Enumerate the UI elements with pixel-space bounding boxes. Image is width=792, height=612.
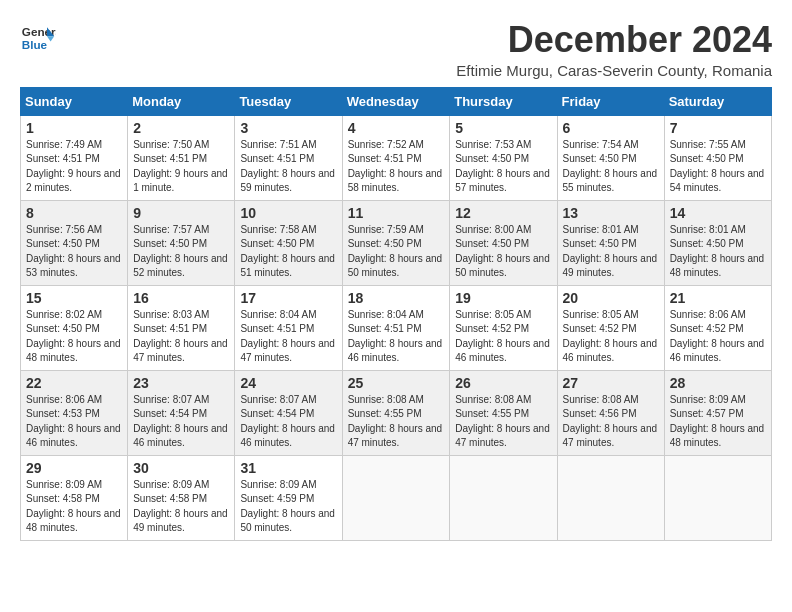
calendar-cell: 10 Sunrise: 7:58 AM Sunset: 4:50 PM Dayl… bbox=[235, 200, 342, 285]
calendar-cell: 15 Sunrise: 8:02 AM Sunset: 4:50 PM Dayl… bbox=[21, 285, 128, 370]
day-number: 27 bbox=[563, 375, 659, 391]
header-thursday: Thursday bbox=[450, 87, 557, 115]
day-number: 9 bbox=[133, 205, 229, 221]
calendar-subtitle: Eftimie Murgu, Caras-Severin County, Rom… bbox=[456, 62, 772, 79]
header-friday: Friday bbox=[557, 87, 664, 115]
day-detail: Sunrise: 8:03 AM Sunset: 4:51 PM Dayligh… bbox=[133, 308, 229, 366]
calendar-cell: 23 Sunrise: 8:07 AM Sunset: 4:54 PM Dayl… bbox=[128, 370, 235, 455]
day-detail: Sunrise: 7:55 AM Sunset: 4:50 PM Dayligh… bbox=[670, 138, 766, 196]
day-number: 21 bbox=[670, 290, 766, 306]
calendar-cell bbox=[450, 455, 557, 540]
calendar-cell: 5 Sunrise: 7:53 AM Sunset: 4:50 PM Dayli… bbox=[450, 115, 557, 200]
day-detail: Sunrise: 8:07 AM Sunset: 4:54 PM Dayligh… bbox=[240, 393, 336, 451]
calendar-cell: 28 Sunrise: 8:09 AM Sunset: 4:57 PM Dayl… bbox=[664, 370, 771, 455]
day-detail: Sunrise: 8:04 AM Sunset: 4:51 PM Dayligh… bbox=[348, 308, 445, 366]
title-section: December 2024 Eftimie Murgu, Caras-Sever… bbox=[456, 20, 772, 79]
calendar-cell: 7 Sunrise: 7:55 AM Sunset: 4:50 PM Dayli… bbox=[664, 115, 771, 200]
calendar-cell: 1 Sunrise: 7:49 AM Sunset: 4:51 PM Dayli… bbox=[21, 115, 128, 200]
day-detail: Sunrise: 7:56 AM Sunset: 4:50 PM Dayligh… bbox=[26, 223, 122, 281]
day-detail: Sunrise: 8:09 AM Sunset: 4:58 PM Dayligh… bbox=[133, 478, 229, 536]
day-detail: Sunrise: 8:05 AM Sunset: 4:52 PM Dayligh… bbox=[563, 308, 659, 366]
calendar-title: December 2024 bbox=[456, 20, 772, 60]
day-number: 22 bbox=[26, 375, 122, 391]
calendar-cell: 14 Sunrise: 8:01 AM Sunset: 4:50 PM Dayl… bbox=[664, 200, 771, 285]
svg-text:Blue: Blue bbox=[22, 38, 48, 51]
day-detail: Sunrise: 7:51 AM Sunset: 4:51 PM Dayligh… bbox=[240, 138, 336, 196]
day-number: 23 bbox=[133, 375, 229, 391]
day-number: 24 bbox=[240, 375, 336, 391]
calendar-week-3: 15 Sunrise: 8:02 AM Sunset: 4:50 PM Dayl… bbox=[21, 285, 772, 370]
calendar-cell: 11 Sunrise: 7:59 AM Sunset: 4:50 PM Dayl… bbox=[342, 200, 450, 285]
day-number: 25 bbox=[348, 375, 445, 391]
day-number: 12 bbox=[455, 205, 551, 221]
day-detail: Sunrise: 8:05 AM Sunset: 4:52 PM Dayligh… bbox=[455, 308, 551, 366]
day-detail: Sunrise: 7:49 AM Sunset: 4:51 PM Dayligh… bbox=[26, 138, 122, 196]
calendar-cell: 13 Sunrise: 8:01 AM Sunset: 4:50 PM Dayl… bbox=[557, 200, 664, 285]
day-number: 18 bbox=[348, 290, 445, 306]
day-detail: Sunrise: 8:08 AM Sunset: 4:55 PM Dayligh… bbox=[348, 393, 445, 451]
day-number: 2 bbox=[133, 120, 229, 136]
day-detail: Sunrise: 7:57 AM Sunset: 4:50 PM Dayligh… bbox=[133, 223, 229, 281]
day-detail: Sunrise: 8:01 AM Sunset: 4:50 PM Dayligh… bbox=[670, 223, 766, 281]
calendar-cell bbox=[557, 455, 664, 540]
day-number: 4 bbox=[348, 120, 445, 136]
day-detail: Sunrise: 8:06 AM Sunset: 4:52 PM Dayligh… bbox=[670, 308, 766, 366]
calendar-cell: 21 Sunrise: 8:06 AM Sunset: 4:52 PM Dayl… bbox=[664, 285, 771, 370]
svg-marker-3 bbox=[47, 36, 54, 41]
calendar-cell: 29 Sunrise: 8:09 AM Sunset: 4:58 PM Dayl… bbox=[21, 455, 128, 540]
header-saturday: Saturday bbox=[664, 87, 771, 115]
calendar-cell: 30 Sunrise: 8:09 AM Sunset: 4:58 PM Dayl… bbox=[128, 455, 235, 540]
day-detail: Sunrise: 7:53 AM Sunset: 4:50 PM Dayligh… bbox=[455, 138, 551, 196]
header-row: Sunday Monday Tuesday Wednesday Thursday… bbox=[21, 87, 772, 115]
day-number: 29 bbox=[26, 460, 122, 476]
calendar-cell: 26 Sunrise: 8:08 AM Sunset: 4:55 PM Dayl… bbox=[450, 370, 557, 455]
day-detail: Sunrise: 8:06 AM Sunset: 4:53 PM Dayligh… bbox=[26, 393, 122, 451]
header-sunday: Sunday bbox=[21, 87, 128, 115]
day-number: 16 bbox=[133, 290, 229, 306]
calendar-cell: 3 Sunrise: 7:51 AM Sunset: 4:51 PM Dayli… bbox=[235, 115, 342, 200]
day-detail: Sunrise: 7:58 AM Sunset: 4:50 PM Dayligh… bbox=[240, 223, 336, 281]
calendar-cell: 20 Sunrise: 8:05 AM Sunset: 4:52 PM Dayl… bbox=[557, 285, 664, 370]
calendar-week-1: 1 Sunrise: 7:49 AM Sunset: 4:51 PM Dayli… bbox=[21, 115, 772, 200]
logo: General Blue bbox=[20, 20, 56, 56]
day-number: 10 bbox=[240, 205, 336, 221]
calendar-cell bbox=[664, 455, 771, 540]
day-number: 14 bbox=[670, 205, 766, 221]
calendar-cell: 9 Sunrise: 7:57 AM Sunset: 4:50 PM Dayli… bbox=[128, 200, 235, 285]
calendar-cell: 25 Sunrise: 8:08 AM Sunset: 4:55 PM Dayl… bbox=[342, 370, 450, 455]
day-detail: Sunrise: 8:08 AM Sunset: 4:56 PM Dayligh… bbox=[563, 393, 659, 451]
logo-icon: General Blue bbox=[20, 20, 56, 56]
header-tuesday: Tuesday bbox=[235, 87, 342, 115]
day-number: 20 bbox=[563, 290, 659, 306]
calendar-cell bbox=[342, 455, 450, 540]
day-number: 5 bbox=[455, 120, 551, 136]
day-detail: Sunrise: 8:00 AM Sunset: 4:50 PM Dayligh… bbox=[455, 223, 551, 281]
calendar-week-5: 29 Sunrise: 8:09 AM Sunset: 4:58 PM Dayl… bbox=[21, 455, 772, 540]
day-number: 26 bbox=[455, 375, 551, 391]
day-number: 1 bbox=[26, 120, 122, 136]
day-number: 31 bbox=[240, 460, 336, 476]
day-number: 8 bbox=[26, 205, 122, 221]
day-detail: Sunrise: 7:50 AM Sunset: 4:51 PM Dayligh… bbox=[133, 138, 229, 196]
calendar-cell: 31 Sunrise: 8:09 AM Sunset: 4:59 PM Dayl… bbox=[235, 455, 342, 540]
calendar-cell: 19 Sunrise: 8:05 AM Sunset: 4:52 PM Dayl… bbox=[450, 285, 557, 370]
calendar-cell: 27 Sunrise: 8:08 AM Sunset: 4:56 PM Dayl… bbox=[557, 370, 664, 455]
day-number: 17 bbox=[240, 290, 336, 306]
page-header: General Blue December 2024 Eftimie Murgu… bbox=[20, 20, 772, 79]
day-detail: Sunrise: 8:04 AM Sunset: 4:51 PM Dayligh… bbox=[240, 308, 336, 366]
day-number: 11 bbox=[348, 205, 445, 221]
day-number: 7 bbox=[670, 120, 766, 136]
calendar-table: Sunday Monday Tuesday Wednesday Thursday… bbox=[20, 87, 772, 541]
calendar-cell: 6 Sunrise: 7:54 AM Sunset: 4:50 PM Dayli… bbox=[557, 115, 664, 200]
day-number: 19 bbox=[455, 290, 551, 306]
day-detail: Sunrise: 7:52 AM Sunset: 4:51 PM Dayligh… bbox=[348, 138, 445, 196]
day-number: 3 bbox=[240, 120, 336, 136]
calendar-cell: 18 Sunrise: 8:04 AM Sunset: 4:51 PM Dayl… bbox=[342, 285, 450, 370]
day-number: 30 bbox=[133, 460, 229, 476]
day-detail: Sunrise: 7:59 AM Sunset: 4:50 PM Dayligh… bbox=[348, 223, 445, 281]
header-monday: Monday bbox=[128, 87, 235, 115]
day-detail: Sunrise: 8:09 AM Sunset: 4:58 PM Dayligh… bbox=[26, 478, 122, 536]
day-number: 6 bbox=[563, 120, 659, 136]
calendar-cell: 4 Sunrise: 7:52 AM Sunset: 4:51 PM Dayli… bbox=[342, 115, 450, 200]
calendar-week-2: 8 Sunrise: 7:56 AM Sunset: 4:50 PM Dayli… bbox=[21, 200, 772, 285]
